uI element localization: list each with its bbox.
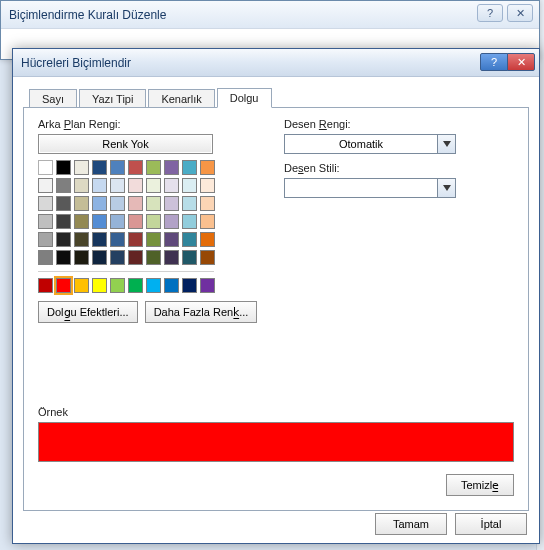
parent-title: Biçimlendirme Kuralı Düzenle bbox=[9, 8, 166, 22]
color-swatch[interactable] bbox=[74, 214, 89, 229]
help-button[interactable]: ? bbox=[480, 53, 508, 71]
sample-preview bbox=[38, 422, 514, 462]
no-color-button[interactable]: Renk Yok bbox=[38, 134, 213, 154]
color-swatch[interactable] bbox=[92, 196, 107, 211]
bg-color-label: Arka Plan Rengi: bbox=[38, 118, 280, 130]
color-swatch[interactable] bbox=[56, 196, 71, 211]
color-swatch[interactable] bbox=[38, 232, 53, 247]
color-swatch[interactable] bbox=[200, 196, 215, 211]
color-swatch[interactable] bbox=[56, 214, 71, 229]
color-swatch[interactable] bbox=[92, 214, 107, 229]
color-swatch[interactable] bbox=[128, 160, 143, 175]
color-swatch[interactable] bbox=[182, 214, 197, 229]
standard-color-swatch[interactable] bbox=[146, 278, 161, 293]
color-swatch[interactable] bbox=[38, 250, 53, 265]
more-colors-button[interactable]: Daha Fazla Renk̲... bbox=[145, 301, 258, 323]
color-swatch[interactable] bbox=[56, 232, 71, 247]
color-swatch[interactable] bbox=[56, 250, 71, 265]
theme-color-palette bbox=[38, 160, 280, 265]
standard-color-swatch[interactable] bbox=[182, 278, 197, 293]
color-swatch[interactable] bbox=[74, 232, 89, 247]
color-swatch[interactable] bbox=[146, 178, 161, 193]
color-swatch[interactable] bbox=[182, 232, 197, 247]
color-swatch[interactable] bbox=[164, 232, 179, 247]
color-swatch[interactable] bbox=[92, 178, 107, 193]
tab-number[interactable]: Sayı bbox=[29, 89, 77, 108]
standard-color-swatch[interactable] bbox=[38, 278, 53, 293]
standard-color-swatch[interactable] bbox=[200, 278, 215, 293]
color-swatch[interactable] bbox=[38, 178, 53, 193]
color-swatch[interactable] bbox=[128, 250, 143, 265]
parent-help-button[interactable]: ? bbox=[477, 4, 503, 22]
color-swatch[interactable] bbox=[164, 160, 179, 175]
color-swatch[interactable] bbox=[182, 178, 197, 193]
chevron-down-icon[interactable] bbox=[437, 135, 455, 153]
color-swatch[interactable] bbox=[74, 178, 89, 193]
color-swatch[interactable] bbox=[56, 160, 71, 175]
color-swatch[interactable] bbox=[38, 160, 53, 175]
pattern-style-label: Desen Stili: bbox=[284, 162, 514, 174]
color-swatch[interactable] bbox=[38, 196, 53, 211]
color-swatch[interactable] bbox=[200, 232, 215, 247]
color-swatch[interactable] bbox=[110, 232, 125, 247]
format-cells-dialog: Hücreleri Biçimlendir ? ✕ Sayı Yazı Tipi… bbox=[12, 48, 540, 544]
color-swatch[interactable] bbox=[164, 214, 179, 229]
color-swatch[interactable] bbox=[146, 160, 161, 175]
parent-close-button[interactable]: ✕ bbox=[507, 4, 533, 22]
color-swatch[interactable] bbox=[146, 232, 161, 247]
color-swatch[interactable] bbox=[182, 250, 197, 265]
color-swatch[interactable] bbox=[128, 196, 143, 211]
color-swatch[interactable] bbox=[92, 250, 107, 265]
sample-group: Örnek bbox=[38, 406, 514, 462]
pattern-style-combo[interactable] bbox=[284, 178, 456, 198]
standard-color-palette bbox=[38, 278, 280, 293]
color-swatch[interactable] bbox=[200, 250, 215, 265]
color-swatch[interactable] bbox=[92, 160, 107, 175]
clear-button[interactable]: Temizle̲ bbox=[446, 474, 514, 496]
color-swatch[interactable] bbox=[182, 160, 197, 175]
close-button[interactable]: ✕ bbox=[507, 53, 535, 71]
color-swatch[interactable] bbox=[74, 160, 89, 175]
standard-color-swatch[interactable] bbox=[74, 278, 89, 293]
color-swatch[interactable] bbox=[200, 160, 215, 175]
color-swatch[interactable] bbox=[74, 250, 89, 265]
cancel-button[interactable]: İptal bbox=[455, 513, 527, 535]
color-swatch[interactable] bbox=[200, 214, 215, 229]
color-swatch[interactable] bbox=[128, 214, 143, 229]
chevron-down-icon[interactable] bbox=[437, 179, 455, 197]
color-swatch[interactable] bbox=[110, 196, 125, 211]
pattern-color-value: Otomatik bbox=[285, 138, 437, 150]
color-swatch[interactable] bbox=[182, 196, 197, 211]
standard-color-swatch[interactable] bbox=[92, 278, 107, 293]
color-swatch[interactable] bbox=[146, 250, 161, 265]
color-swatch[interactable] bbox=[128, 178, 143, 193]
color-swatch[interactable] bbox=[110, 250, 125, 265]
standard-color-swatch[interactable] bbox=[164, 278, 179, 293]
color-swatch[interactable] bbox=[110, 160, 125, 175]
standard-color-swatch[interactable] bbox=[56, 278, 71, 293]
tab-font[interactable]: Yazı Tipi bbox=[79, 89, 146, 108]
color-swatch[interactable] bbox=[164, 250, 179, 265]
dialog-title: Hücreleri Biçimlendir bbox=[21, 56, 131, 70]
color-swatch[interactable] bbox=[146, 214, 161, 229]
color-swatch[interactable] bbox=[56, 178, 71, 193]
fill-effects-button[interactable]: Dolg̲u Efektleri... bbox=[38, 301, 138, 323]
color-swatch[interactable] bbox=[164, 178, 179, 193]
color-swatch[interactable] bbox=[200, 178, 215, 193]
color-swatch[interactable] bbox=[164, 196, 179, 211]
color-swatch[interactable] bbox=[110, 214, 125, 229]
parent-titlebar: Biçimlendirme Kuralı Düzenle ? ✕ bbox=[1, 1, 539, 29]
tab-strip: Sayı Yazı Tipi Kenarlık Dolgu bbox=[29, 85, 529, 107]
color-swatch[interactable] bbox=[128, 232, 143, 247]
tab-border[interactable]: Kenarlık bbox=[148, 89, 214, 108]
color-swatch[interactable] bbox=[110, 178, 125, 193]
color-swatch[interactable] bbox=[74, 196, 89, 211]
ok-button[interactable]: Tamam bbox=[375, 513, 447, 535]
color-swatch[interactable] bbox=[92, 232, 107, 247]
tab-fill[interactable]: Dolgu bbox=[217, 88, 272, 108]
standard-color-swatch[interactable] bbox=[110, 278, 125, 293]
pattern-color-combo[interactable]: Otomatik bbox=[284, 134, 456, 154]
color-swatch[interactable] bbox=[38, 214, 53, 229]
color-swatch[interactable] bbox=[146, 196, 161, 211]
standard-color-swatch[interactable] bbox=[128, 278, 143, 293]
